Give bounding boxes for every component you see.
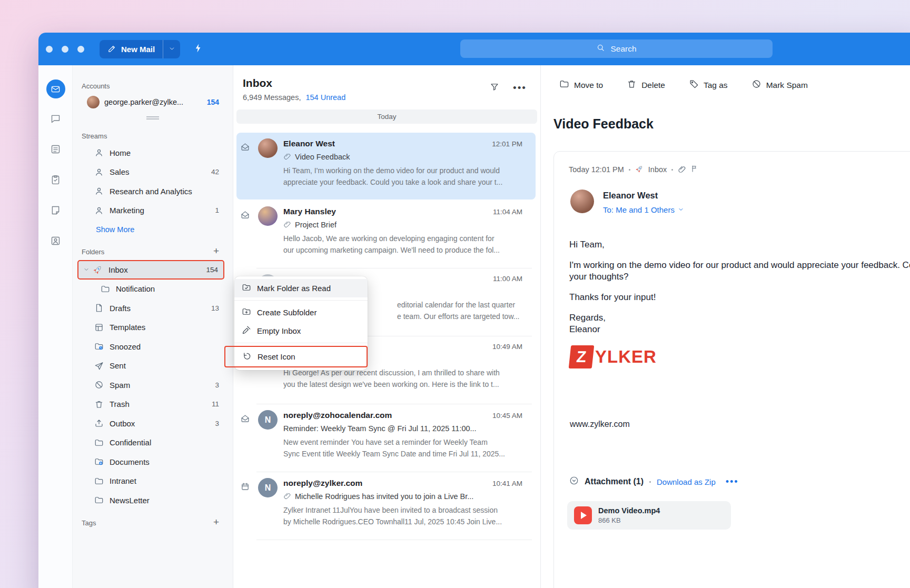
panel-resize-handle[interactable] <box>73 112 233 124</box>
folder-icon <box>94 476 104 486</box>
move-to-button[interactable]: Move to <box>559 79 603 91</box>
folder-item-outbox[interactable]: Outbox 3 <box>73 414 233 433</box>
rail-mail-button[interactable] <box>38 74 73 104</box>
stream-item-marketing[interactable]: Marketing 1 <box>73 201 233 221</box>
zoom-window-button[interactable] <box>77 46 84 53</box>
search-input[interactable]: Search <box>460 39 773 58</box>
message-folder: Inbox <box>648 165 667 174</box>
contacts-icon <box>50 235 61 248</box>
search-placeholder: Search <box>610 44 636 54</box>
email-row-mary-hansley[interactable]: Mary Hansley 11:04 AM Project Brief Hell… <box>233 201 540 268</box>
stream-item-research-and-analytics[interactable]: Research and Analytics <box>73 182 233 201</box>
chevron-down-icon[interactable] <box>83 266 90 273</box>
folder-item-notification[interactable]: Notification <box>73 280 233 299</box>
attachment-header: Attachment (1) Download as Zip ••• <box>569 476 739 487</box>
tag-icon <box>689 79 699 91</box>
read-envelope-icon[interactable] <box>241 143 250 154</box>
filter-icon[interactable] <box>490 82 499 94</box>
email-row-zohocalendar[interactable]: N noreply@zohocalendar.com 10:45 AM Remi… <box>233 404 540 472</box>
zylker-logo-z: Z <box>569 345 595 368</box>
stream-item-sales[interactable]: Sales 42 <box>73 163 233 182</box>
add-folder-button[interactable]: + <box>213 246 219 256</box>
folder-item-trash[interactable]: Trash 11 <box>73 395 233 414</box>
window-controls <box>46 33 84 65</box>
close-window-button[interactable] <box>46 46 53 53</box>
person-icon <box>94 205 104 215</box>
menu-item-create-subfolder[interactable]: Create Subfolder <box>234 303 368 322</box>
quick-actions-button[interactable] <box>189 39 207 58</box>
rail-chat-button[interactable] <box>38 104 73 135</box>
broom-icon <box>242 325 251 336</box>
add-tag-button[interactable]: + <box>213 517 219 527</box>
delete-button[interactable]: Delete <box>627 79 665 91</box>
folder-item-inbox[interactable]: Inbox 154 <box>77 260 224 280</box>
folder-item-intranet[interactable]: Intranet <box>73 472 233 491</box>
mail-app-window: New Mail Search <box>38 33 910 588</box>
email-row-eleanor-west[interactable]: Eleanor West 12:01 PM Video Feedback Hi … <box>233 133 540 201</box>
folder-item-confidential[interactable]: Confidential <box>73 433 233 453</box>
reading-pane: Move to Delete Tag as Mark Spam Video Fe… <box>541 65 910 588</box>
new-mail-dropdown-button[interactable] <box>163 40 180 58</box>
desktop-background: New Mail Search <box>0 0 910 588</box>
date-group-header: Today <box>236 109 537 124</box>
flag-icon[interactable] <box>691 165 699 174</box>
rail-notes-button[interactable] <box>38 196 73 226</box>
menu-item-mark-folder-as-read[interactable]: Mark Folder as Read <box>234 279 368 297</box>
tag-as-button[interactable]: Tag as <box>689 79 728 91</box>
attachment-more-icon[interactable]: ••• <box>726 476 739 487</box>
download-as-zip-link[interactable]: Download as Zip <box>657 477 716 486</box>
body-thanks: Thanks for your input! <box>569 292 910 303</box>
attachment-card[interactable]: Demo Video.mp4 866 KB <box>567 501 731 530</box>
more-options-icon[interactable]: ••• <box>513 82 527 94</box>
read-envelope-icon[interactable] <box>241 211 250 222</box>
folder-item-drafts[interactable]: Drafts 13 <box>73 298 233 318</box>
folder-item-templates[interactable]: Templates <box>73 318 233 337</box>
separator-dot <box>629 169 630 171</box>
website-link[interactable]: www.zylker.com <box>570 420 630 429</box>
rail-streams-button[interactable] <box>38 135 73 165</box>
list-actions: ••• <box>490 82 527 94</box>
calendar-icon[interactable] <box>241 482 250 493</box>
file-icon <box>94 303 104 313</box>
new-mail-button[interactable]: New Mail <box>100 40 163 58</box>
mail-icon <box>46 79 65 98</box>
folder-item-sent[interactable]: Sent <box>73 356 233 376</box>
minimize-window-button[interactable] <box>62 46 68 53</box>
body-greeting: Hi Team, <box>569 239 910 251</box>
prohibited-icon <box>94 380 104 390</box>
menu-item-empty-inbox[interactable]: Empty Inbox <box>234 322 368 340</box>
person-icon <box>94 186 104 196</box>
sender-avatar <box>570 190 594 213</box>
folder-plus-icon <box>242 307 251 318</box>
body-signature: Eleanor <box>569 324 910 335</box>
folder-item-snoozed[interactable]: Snoozed <box>73 337 233 356</box>
separator-dot <box>671 169 673 171</box>
unread-count[interactable]: 154 Unread <box>305 93 345 102</box>
show-more-link[interactable]: Show More <box>73 220 233 239</box>
menu-item-reset-icon[interactable]: Reset Icon <box>224 346 368 367</box>
paper-plane-icon <box>94 361 104 371</box>
folder-icon <box>94 495 104 505</box>
attachment-filename: Demo Video.mp4 <box>598 506 660 515</box>
drag-handle-icon <box>146 116 159 119</box>
mark-spam-button[interactable]: Mark Spam <box>751 79 808 91</box>
rail-tasks-button[interactable] <box>38 165 73 196</box>
rail-contacts-button[interactable] <box>38 226 73 257</box>
chevron-circle-icon[interactable] <box>569 476 579 487</box>
compose-icon <box>107 44 116 55</box>
separator-dot <box>649 481 651 483</box>
menu-divider <box>234 343 368 343</box>
read-envelope-icon[interactable] <box>241 414 250 425</box>
person-icon <box>94 148 104 158</box>
account-row[interactable]: george.parker@zylke... 154 <box>73 93 233 112</box>
recipients-toggle[interactable]: To: Me and 1 Others <box>603 205 684 214</box>
folder-badge-icon <box>94 457 104 467</box>
play-icon[interactable] <box>574 506 592 524</box>
folder-item-spam[interactable]: Spam 3 <box>73 375 233 395</box>
folder-item-documents[interactable]: Documents <box>73 452 233 472</box>
outbox-icon <box>94 418 104 428</box>
email-row-zylker[interactable]: N noreply@zylker.com 10:41 AM Michelle R… <box>233 472 540 540</box>
folder-item-newsletter[interactable]: NewsLetter <box>73 491 233 510</box>
stream-item-home[interactable]: Home <box>73 143 233 163</box>
accounts-section-label: Accounts <box>73 79 233 93</box>
